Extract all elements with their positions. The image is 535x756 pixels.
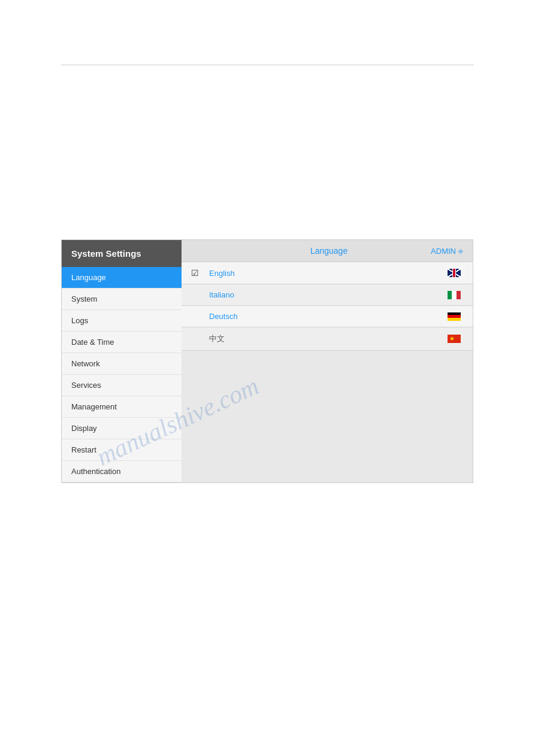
content-header-title: Language bbox=[227, 246, 431, 256]
sidebar-title: System Settings bbox=[62, 240, 182, 267]
admin-area[interactable]: ADMIN ⎆ bbox=[431, 247, 463, 256]
content-header: Language ADMIN ⎆ bbox=[182, 240, 473, 262]
flag-it-icon bbox=[448, 291, 461, 299]
sidebar-item-network[interactable]: Network bbox=[62, 353, 182, 375]
language-name-english: English bbox=[209, 269, 445, 278]
sidebar-item-date-time[interactable]: Date & Time bbox=[62, 332, 182, 353]
sidebar-item-restart[interactable]: Restart bbox=[62, 439, 182, 461]
language-name-deutsch: Deutsch bbox=[209, 312, 445, 321]
check-english: ☑ bbox=[191, 268, 209, 278]
logout-icon[interactable]: ⎆ bbox=[458, 247, 463, 256]
flag-italiano bbox=[445, 291, 463, 299]
sidebar: System Settings Language System Logs Dat… bbox=[62, 240, 182, 482]
sidebar-item-logs[interactable]: Logs bbox=[62, 310, 182, 332]
sidebar-item-display[interactable]: Display bbox=[62, 418, 182, 439]
content-area: Language ADMIN ⎆ ☑ English Italiano bbox=[182, 240, 473, 482]
language-name-chinese: 中文 bbox=[209, 333, 445, 344]
language-row-english[interactable]: ☑ English bbox=[182, 262, 473, 284]
language-row-deutsch[interactable]: Deutsch bbox=[182, 306, 473, 327]
flag-cn-icon bbox=[448, 335, 461, 343]
main-container: System Settings Language System Logs Dat… bbox=[61, 239, 473, 483]
bottom-empty-area bbox=[182, 360, 473, 482]
flag-uk-icon bbox=[448, 269, 461, 277]
sidebar-item-authentication[interactable]: Authentication bbox=[62, 461, 182, 482]
admin-label: ADMIN bbox=[431, 247, 456, 256]
flag-de-icon bbox=[448, 312, 461, 321]
language-list: ☑ English Italiano bbox=[182, 262, 473, 360]
flag-deutsch bbox=[445, 312, 463, 321]
sidebar-item-system[interactable]: System bbox=[62, 289, 182, 310]
sidebar-item-management[interactable]: Management bbox=[62, 396, 182, 418]
language-name-italiano: Italiano bbox=[209, 290, 445, 299]
sidebar-item-services[interactable]: Services bbox=[62, 375, 182, 396]
top-divider bbox=[61, 65, 474, 65]
language-row-italiano[interactable]: Italiano bbox=[182, 284, 473, 306]
sidebar-item-language[interactable]: Language bbox=[62, 267, 182, 289]
flag-english bbox=[445, 269, 463, 277]
flag-chinese bbox=[445, 335, 463, 343]
language-row-chinese[interactable]: 中文 bbox=[182, 327, 473, 351]
